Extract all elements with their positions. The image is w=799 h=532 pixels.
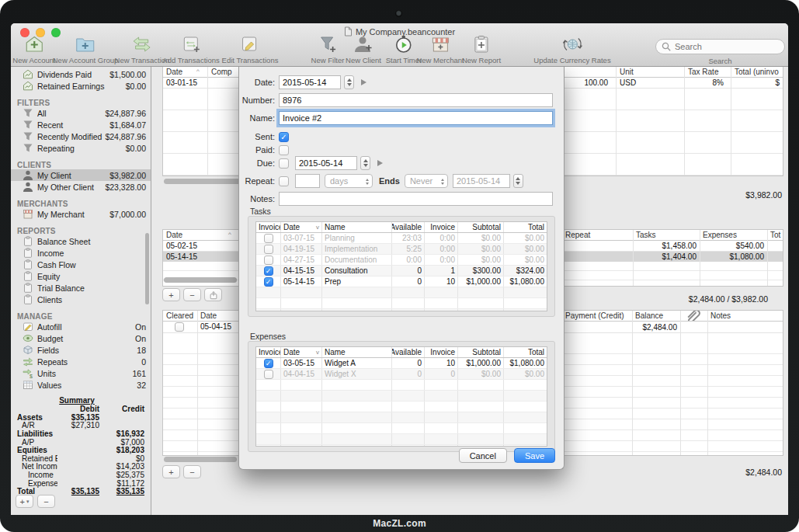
ends-stepper[interactable]	[513, 174, 523, 188]
sidebar-item-balance-sheet[interactable]: Balance Sheet	[11, 235, 151, 247]
invoice-row-selected[interactable]: 05-14-15	[163, 252, 239, 263]
repeat-unit-select[interactable]: days	[325, 174, 373, 188]
sort-asc-icon[interactable]: ^	[196, 68, 200, 75]
toolbar-new-account-group[interactable]: New Account Group	[53, 35, 119, 64]
sidebar-item-all[interactable]: All$24,887.96	[11, 107, 151, 119]
sidebar-item-recently-modified[interactable]: Recently Modified$24,887.96	[11, 130, 151, 142]
search-input[interactable]	[655, 39, 785, 54]
expense-row-widget-x[interactable]: 04-04-15Widget X00$0.00$0.00	[256, 369, 547, 380]
horizontal-scrollbar[interactable]	[164, 277, 237, 283]
summary-row-a-p: A/P$7,000	[11, 438, 151, 447]
task-row-planning[interactable]: 03-07-15Planning23:030:00$0.00$0.00	[256, 233, 547, 244]
invoice-checkbox[interactable]	[264, 370, 273, 379]
sidebar-item-my-merchant[interactable]: My Merchant$7,000.00	[11, 208, 151, 220]
toolbar-add-transactions[interactable]: Add Transactions	[162, 35, 219, 64]
sidebar-item-trial-balance[interactable]: Trial Balance	[11, 282, 151, 294]
name-field[interactable]	[279, 111, 553, 125]
horizontal-scrollbar[interactable]	[164, 179, 245, 184]
sidebar-item-cash-flow[interactable]: Cash Flow	[11, 259, 151, 270]
payment-row[interactable]: 05-04-15	[163, 322, 239, 333]
horizontal-scrollbar[interactable]	[164, 457, 237, 462]
notes-field[interactable]	[279, 192, 553, 206]
ends-select[interactable]: Never	[405, 174, 448, 188]
toolbar-new-report[interactable]: New Report	[462, 35, 501, 64]
toolbar-edit-transactions[interactable]: Edit Transactions	[222, 35, 279, 64]
repeat-count-field[interactable]	[295, 174, 320, 188]
sidebar-item-repeating[interactable]: Repeating$0.00	[11, 142, 151, 154]
task-row-prep[interactable]: ✓05-14-15Prep010$1,000.00$1,080.00	[256, 276, 547, 287]
invoice-checkbox[interactable]	[264, 245, 273, 254]
sidebar-item-equity[interactable]: Equity	[11, 270, 151, 282]
invoice-checkbox[interactable]	[264, 234, 273, 243]
sidebar-item-clients[interactable]: Clients	[11, 294, 151, 305]
number-field[interactable]	[279, 93, 553, 107]
sent-checkbox[interactable]: ✓	[279, 132, 289, 142]
sidebar-item-value: $0.00	[126, 144, 146, 153]
sidebar-item-repeats[interactable]: Repeats0	[11, 356, 151, 367]
expense-empty-row	[256, 434, 547, 445]
sidebar-item-dividends-paid[interactable]: Dividends Paid$1,500.00	[11, 68, 151, 80]
toolbar-new-transaction[interactable]: New Transaction	[115, 35, 170, 64]
expense-row-widget-a[interactable]: ✓03-05-15Widget A010$1,000.00$1,080.00	[256, 358, 547, 369]
task-row-consultation[interactable]: ✓04-15-15Consultation01$300.00$324.00	[256, 266, 547, 276]
remove-payment-button[interactable]: −	[183, 465, 201, 478]
grid-table-icon	[23, 380, 34, 390]
summary-row-assets: Assets$35,135	[11, 413, 151, 422]
remove-account-button[interactable]: −	[37, 495, 55, 508]
invoice-checkbox[interactable]: ✓	[264, 359, 273, 368]
share-button[interactable]	[204, 288, 222, 301]
search-field[interactable]	[655, 39, 785, 54]
invoice-row[interactable]: 05-02-15	[163, 241, 239, 252]
task-row-documentation[interactable]: 04-27-15Documentation0:000:00$0.00$0.00	[256, 255, 547, 266]
toolbar-update-currency-rates[interactable]: Update Currency Rates	[533, 35, 610, 64]
task-empty-row	[256, 309, 547, 311]
toolbar-new-account[interactable]: New Account	[12, 35, 55, 64]
sort-desc-icon[interactable]: v	[316, 224, 319, 231]
clipboard-icon	[23, 248, 34, 258]
sidebar-item-my-client[interactable]: My Client$3,982.00	[11, 169, 151, 181]
due-checkbox[interactable]	[279, 158, 289, 169]
task-empty-row	[256, 287, 547, 298]
task-row-implementation[interactable]: 04-19-15Implementation5:250:00$0.00$0.00	[256, 244, 547, 255]
sort-asc-icon[interactable]: ^	[228, 231, 231, 238]
add-invoice-button[interactable]: +	[162, 288, 180, 301]
due-date-field[interactable]	[295, 156, 357, 170]
date-disclosure-icon[interactable]	[361, 79, 366, 85]
ends-date-field[interactable]	[453, 174, 510, 188]
sidebar-scrollbar[interactable]	[145, 233, 149, 304]
invoice-checkbox[interactable]	[264, 256, 273, 265]
payment-balance-row[interactable]: $2,484.00	[562, 322, 783, 333]
cancel-button[interactable]: Cancel	[459, 448, 507, 463]
sidebar-item-income[interactable]: Income	[11, 247, 151, 259]
sidebar-item-units[interactable]: $Units161	[11, 367, 151, 379]
due-stepper[interactable]	[360, 156, 370, 170]
sidebar-item-retained-earnings[interactable]: Retained Earnings$0.00	[11, 80, 151, 92]
sidebar-item-my-other-client[interactable]: My Other Client$23,328.00	[11, 181, 151, 193]
paid-checkbox[interactable]	[279, 145, 289, 155]
toolbar-new-filter[interactable]: New Filter	[311, 35, 345, 64]
sort-desc-icon[interactable]: v	[316, 349, 319, 356]
add-payment-button[interactable]: +	[162, 465, 180, 478]
invoice-checkbox[interactable]: ✓	[264, 277, 273, 287]
notes-label: Notes:	[239, 194, 275, 203]
cleared-checkbox[interactable]	[175, 322, 184, 332]
remove-invoice-button[interactable]: −	[183, 288, 201, 301]
sidebar-item-values[interactable]: Values32	[11, 379, 151, 391]
sidebar-item-recent[interactable]: Recent$1,684.07	[11, 119, 151, 130]
invoice-amount-row[interactable]: $1,458.00 $540.00	[562, 241, 783, 252]
date-stepper[interactable]	[344, 75, 354, 89]
add-account-button[interactable]: +▾	[16, 495, 33, 508]
house-add-icon	[23, 35, 46, 55]
date-field[interactable]	[279, 75, 341, 89]
sidebar-item-autofill[interactable]: AutofillOn	[11, 321, 151, 332]
repeat-checkbox[interactable]	[279, 176, 289, 186]
funnel-icon	[23, 108, 34, 118]
toolbar-new-client[interactable]: New Client	[346, 35, 381, 64]
toolbar-new-merchant[interactable]: New Merchant	[416, 35, 464, 64]
due-disclosure-icon[interactable]	[377, 160, 383, 166]
save-button[interactable]: Save	[514, 448, 555, 463]
invoice-amount-row-selected[interactable]: $1,404.00 $1,080.00	[562, 252, 783, 263]
sidebar-item-budget[interactable]: BudgetOn	[11, 332, 151, 344]
invoice-checkbox[interactable]: ✓	[264, 266, 273, 276]
sidebar-item-fields[interactable]: Fields18	[11, 344, 151, 356]
